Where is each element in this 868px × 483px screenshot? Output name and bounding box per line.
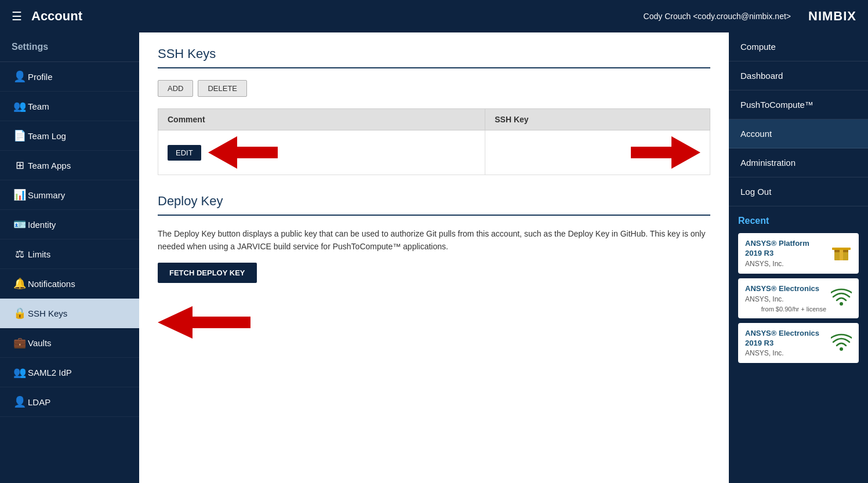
ssh-keys-actions: ADD DELETE bbox=[158, 80, 710, 97]
ssh-key-cell bbox=[485, 130, 710, 175]
sidebar-item-ldap[interactable]: 👤 LDAP bbox=[0, 387, 139, 417]
sidebar-item-label: SSH Keys bbox=[28, 308, 67, 318]
recent-section: Recent ANSYS® Platform 2019 R3 ANSYS, In… bbox=[729, 206, 868, 372]
main-layout: Settings 👤 Profile 👥 Team 📄 Team Log ⊞ T… bbox=[0, 32, 868, 483]
user-info: Cody Crouch <cody.crouch@nimbix.net> bbox=[644, 12, 791, 21]
recent-card-ansys-electronics[interactable]: ANSYS® Electronics ANSYS, Inc. from $0.9… bbox=[738, 278, 859, 318]
recent-card-info: ANSYS® Platform 2019 R3 ANSYS, Inc. bbox=[745, 239, 826, 268]
add-button[interactable]: ADD bbox=[158, 80, 193, 97]
right-nav-compute[interactable]: Compute bbox=[729, 32, 868, 61]
content-area: SSH Keys ADD DELETE Comment SSH Key bbox=[139, 32, 729, 483]
top-header: ☰ Account Cody Crouch <cody.crouch@nimbi… bbox=[0, 0, 868, 32]
sidebar-item-team[interactable]: 👥 Team bbox=[0, 92, 139, 121]
team-icon: 👥 bbox=[12, 100, 28, 112]
recent-card-name: ANSYS® Electronics 2019 R3 bbox=[745, 329, 826, 348]
ssh-keys-title: SSH Keys bbox=[158, 46, 710, 68]
recent-card-ansys-electronics-2019[interactable]: ANSYS® Electronics 2019 R3 ANSYS, Inc. bbox=[738, 323, 859, 364]
limits-icon: ⚖ bbox=[12, 248, 28, 260]
sidebar-item-label: Limits bbox=[28, 249, 50, 259]
arrow-left-ssh-keys bbox=[158, 306, 250, 339]
svg-marker-2 bbox=[158, 306, 250, 339]
svg-point-7 bbox=[840, 302, 843, 306]
edit-cell: EDIT bbox=[158, 130, 485, 175]
recent-title: Recent bbox=[738, 216, 859, 226]
sidebar-item-label: Notifications bbox=[28, 279, 75, 289]
comment-header: Comment bbox=[158, 109, 485, 130]
recent-card-vendor: ANSYS, Inc. bbox=[745, 260, 826, 268]
wifi-svg-icon bbox=[831, 288, 852, 308]
saml2-idp-icon: 👥 bbox=[12, 366, 28, 379]
arrow-left-edit bbox=[208, 136, 278, 169]
fetch-deploy-key-button[interactable]: FETCH DEPLOY KEY bbox=[158, 263, 257, 283]
sidebar-item-vaults[interactable]: 💼 Vaults bbox=[0, 328, 139, 358]
sidebar-item-notifications[interactable]: 🔔 Notifications bbox=[0, 269, 139, 299]
arrow-ssh-keys-indicator bbox=[158, 306, 710, 339]
recent-card-icon-wifi2 bbox=[831, 333, 852, 354]
recent-card-vendor: ANSYS, Inc. bbox=[745, 295, 826, 303]
box-svg-icon bbox=[832, 244, 851, 263]
menu-icon[interactable]: ☰ bbox=[12, 9, 22, 23]
deploy-key-title: Deploy Key bbox=[158, 194, 710, 216]
sidebar-item-team-apps[interactable]: ⊞ Team Apps bbox=[0, 151, 139, 180]
right-nav-pushtocompute[interactable]: PushToCompute™ bbox=[729, 90, 868, 119]
table-header-row: Comment SSH Key bbox=[158, 109, 710, 130]
svg-rect-5 bbox=[840, 249, 843, 260]
sidebar-item-ssh-keys[interactable]: 🔒 SSH Keys bbox=[0, 299, 139, 328]
sidebar-item-label: Summary bbox=[28, 190, 65, 200]
ssh-key-header: SSH Key bbox=[485, 109, 710, 130]
notifications-icon: 🔔 bbox=[12, 277, 28, 290]
svg-point-8 bbox=[840, 347, 843, 351]
arrow-right-panel bbox=[631, 136, 700, 169]
right-nav-dashboard[interactable]: Dashboard bbox=[729, 61, 868, 90]
edit-cell-content: EDIT bbox=[168, 136, 475, 169]
recent-card-name: ANSYS® Platform 2019 R3 bbox=[745, 239, 826, 259]
sidebar-item-profile[interactable]: 👤 Profile bbox=[0, 62, 139, 92]
deploy-key-desc: The Deploy Key button displays a public … bbox=[158, 227, 710, 253]
recent-card-vendor: ANSYS, Inc. bbox=[745, 349, 826, 357]
recent-card-price: from $0.90/hr + license bbox=[745, 306, 826, 313]
profile-icon: 👤 bbox=[12, 70, 28, 83]
ssh-keys-table: Comment SSH Key EDIT bbox=[158, 108, 710, 175]
sidebar-item-label: Team Apps bbox=[28, 161, 71, 170]
sidebar-item-team-log[interactable]: 📄 Team Log bbox=[0, 121, 139, 151]
sidebar-item-label: Identity bbox=[28, 220, 56, 230]
svg-marker-1 bbox=[631, 136, 700, 169]
sidebar-item-identity[interactable]: 🪪 Identity bbox=[0, 210, 139, 239]
recent-card-icon-box bbox=[831, 243, 852, 264]
recent-card-icon-wifi bbox=[831, 288, 852, 308]
right-nav-account[interactable]: Account bbox=[729, 119, 868, 148]
table-row: EDIT bbox=[158, 130, 710, 175]
sidebar-item-label: Vaults bbox=[28, 338, 52, 348]
team-apps-icon: ⊞ bbox=[12, 159, 28, 172]
recent-card-info: ANSYS® Electronics 2019 R3 ANSYS, Inc. bbox=[745, 329, 826, 358]
right-panel: Compute Dashboard PushToCompute™ Account… bbox=[729, 32, 868, 483]
summary-icon: 📊 bbox=[12, 188, 28, 201]
team-log-icon: 📄 bbox=[12, 129, 28, 142]
svg-rect-6 bbox=[832, 248, 851, 250]
ssh-keys-icon: 🔒 bbox=[12, 307, 28, 319]
sidebar-item-label: LDAP bbox=[28, 397, 50, 407]
sidebar-item-summary[interactable]: 📊 Summary bbox=[0, 180, 139, 210]
recent-card-name: ANSYS® Electronics bbox=[745, 284, 826, 294]
sidebar-item-label: Team Log bbox=[28, 131, 66, 141]
recent-card-info: ANSYS® Electronics ANSYS, Inc. from $0.9… bbox=[745, 284, 826, 313]
brand-logo: NIMBIX bbox=[808, 9, 856, 24]
svg-marker-0 bbox=[208, 136, 278, 169]
app-title: Account bbox=[31, 9, 644, 24]
right-nav-logout[interactable]: Log Out bbox=[729, 177, 868, 206]
sidebar-item-label: Team bbox=[28, 101, 49, 111]
recent-card-ansys-2019[interactable]: ANSYS® Platform 2019 R3 ANSYS, Inc. bbox=[738, 233, 859, 274]
sidebar-item-limits[interactable]: ⚖ Limits bbox=[0, 239, 139, 269]
ldap-icon: 👤 bbox=[12, 395, 28, 408]
wifi-svg-icon-2 bbox=[831, 333, 852, 354]
identity-icon: 🪪 bbox=[12, 218, 28, 231]
sidebar: Settings 👤 Profile 👥 Team 📄 Team Log ⊞ T… bbox=[0, 32, 139, 483]
ssh-key-cell-content bbox=[495, 136, 700, 169]
delete-button[interactable]: DELETE bbox=[198, 80, 247, 97]
sidebar-header: Settings bbox=[0, 32, 139, 62]
sidebar-item-saml2-idp[interactable]: 👥 SAML2 IdP bbox=[0, 358, 139, 387]
deploy-key-section: Deploy Key The Deploy Key button display… bbox=[158, 194, 710, 283]
edit-button[interactable]: EDIT bbox=[168, 145, 201, 161]
right-nav-administration[interactable]: Administration bbox=[729, 148, 868, 177]
sidebar-item-label: Profile bbox=[28, 72, 53, 82]
